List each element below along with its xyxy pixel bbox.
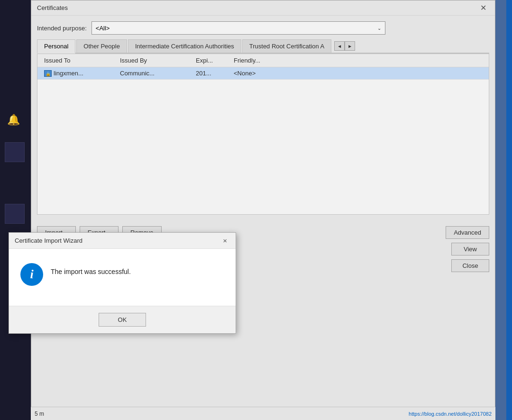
info-icon-letter: i bbox=[30, 267, 33, 282]
wizard-footer: OK bbox=[9, 306, 236, 333]
wizard-overlay: Certificate Import Wizard × i The import… bbox=[0, 0, 512, 420]
wizard-body: i The import was successful. bbox=[9, 249, 236, 306]
wizard-info-icon: i bbox=[20, 263, 43, 286]
wizard-dialog: Certificate Import Wizard × i The import… bbox=[9, 232, 236, 334]
wizard-message: The import was successful. bbox=[51, 263, 131, 275]
wizard-ok-button[interactable]: OK bbox=[99, 313, 146, 327]
wizard-title: Certificate Import Wizard bbox=[15, 237, 82, 244]
wizard-close-button[interactable]: × bbox=[220, 236, 230, 245]
wizard-titlebar: Certificate Import Wizard × bbox=[9, 233, 236, 249]
